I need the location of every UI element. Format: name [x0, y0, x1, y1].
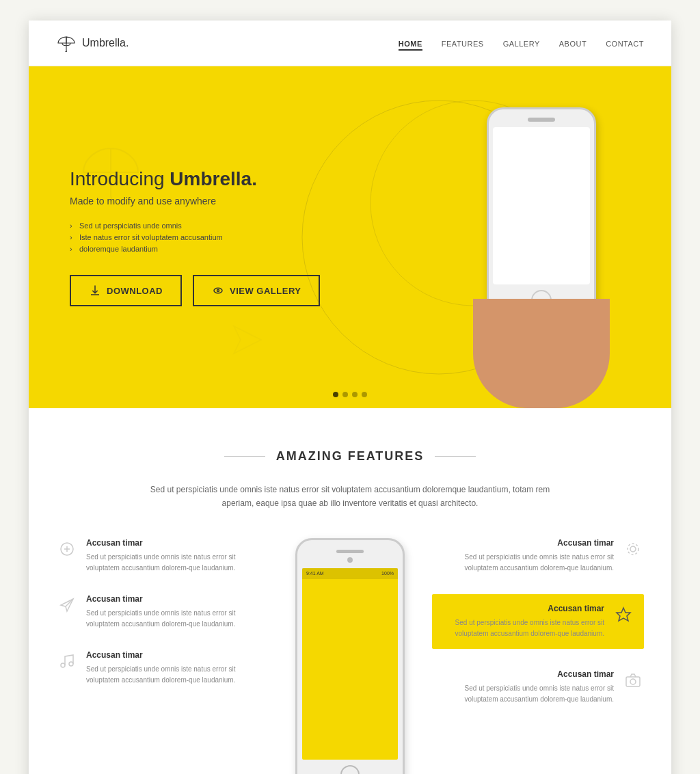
download-icon — [89, 284, 101, 297]
hero-list-item-2: Iste natus error sit voluptatem accusant… — [70, 233, 341, 241]
feature-text-right-2: Accusan timar Sed ut perspiciatis unde o… — [442, 604, 604, 639]
section-description: Sed ut perspiciatis unde omnis iste natu… — [145, 483, 555, 511]
hero-heading: Introducing Umbrella. — [70, 168, 341, 190]
feature-icon-plane — [56, 594, 78, 616]
nav-item-gallery[interactable]: GALLERY — [503, 37, 540, 49]
svg-point-4 — [217, 290, 219, 292]
features-right: Accusan timar Sed ut perspiciatis unde o… — [432, 538, 644, 705]
feature-item-left-3: Accusan timar Sed ut perspiciatis unde o… — [56, 650, 268, 686]
feature-item-right-2-highlighted: Accusan timar Sed ut perspiciatis unde o… — [432, 594, 644, 649]
hero-list-item-3: doloremque laudantium — [70, 245, 341, 253]
nav-item-home[interactable]: HOME — [399, 37, 422, 49]
slider-dot-2[interactable] — [342, 392, 348, 397]
fp-home-button — [340, 765, 360, 774]
feature-title-left-2: Accusan timar — [86, 594, 268, 604]
svg-point-3 — [214, 288, 222, 293]
section-title-wrap: AMAZING FEATURES — [56, 449, 644, 464]
nav-link-about[interactable]: ABOUT — [559, 40, 587, 48]
nav-link-contact[interactable]: CONTACT — [606, 40, 644, 48]
feature-title-right-3: Accusan timar — [432, 669, 614, 679]
fp-screen: 9:41 AM 100% — [302, 568, 398, 760]
svg-point-14 — [630, 679, 636, 684]
svg-marker-12 — [617, 608, 630, 621]
logo-area: Umbrella. — [56, 33, 129, 53]
feature-icon-star — [612, 604, 634, 626]
features-phone-frame: 9:41 AM 100% — [295, 538, 405, 774]
hero-phone-screen — [493, 127, 590, 284]
gallery-button[interactable]: View Gallery — [193, 275, 320, 306]
feature-desc-right-1: Sed ut perspiciatis unde omnis iste natu… — [432, 552, 614, 574]
download-button[interactable]: Download — [70, 275, 182, 306]
fp-camera — [347, 557, 353, 563]
nav-link-gallery[interactable]: GALLERY — [503, 40, 540, 48]
phone-status-time: 9:41 AM — [306, 571, 324, 576]
nav-item-contact[interactable]: CONTACT — [606, 37, 644, 49]
feature-desc-left-2: Sed ut perspiciatis unde omnis iste natu… — [86, 608, 268, 630]
slider-dots — [333, 392, 367, 397]
nav-item-features[interactable]: FEATURES — [442, 37, 484, 49]
fp-status-bar: 9:41 AM 100% — [302, 568, 398, 579]
nav-link-home[interactable]: HOME — [399, 40, 422, 51]
nav-link-features[interactable]: FEATURES — [442, 40, 484, 48]
feature-title-right-1: Accusan timar — [432, 538, 614, 548]
feature-item-left-2: Accusan timar Sed ut perspiciatis unde o… — [56, 594, 268, 630]
hero-content: Introducing Umbrella. Made to modify and… — [29, 127, 382, 347]
nav-item-about[interactable]: ABOUT — [559, 37, 587, 49]
hand-shape — [473, 299, 610, 408]
navbar: Umbrella. HOME FEATURES GALLERY ABOUT CO… — [29, 21, 671, 66]
feature-icon-camera — [622, 669, 644, 691]
eye-icon — [212, 284, 224, 297]
hero-phone — [439, 80, 644, 408]
section-line-left — [224, 456, 265, 457]
feature-title-left-3: Accusan timar — [86, 650, 268, 660]
feature-text-left-3: Accusan timar Sed ut perspiciatis unde o… — [86, 650, 268, 686]
svg-point-9 — [69, 662, 73, 666]
feature-text-right-3: Accusan timar Sed ut perspiciatis unde o… — [432, 669, 614, 705]
hero-section: Introducing Umbrella. Made to modify and… — [29, 66, 671, 408]
page-wrapper: Umbrella. HOME FEATURES GALLERY ABOUT CO… — [29, 21, 671, 774]
hero-list: Sed ut perspiciatis unde omnis Iste natu… — [70, 222, 341, 253]
feature-icon-cross — [56, 538, 78, 560]
fp-speaker — [336, 550, 364, 553]
svg-point-8 — [61, 663, 65, 667]
svg-point-11 — [628, 544, 638, 555]
phone-hand-mockup — [446, 94, 637, 408]
slider-dot-3[interactable] — [352, 392, 358, 397]
logo-text: Umbrella. — [82, 37, 129, 49]
feature-title-left-1: Accusan timar — [86, 538, 268, 548]
feature-text-left-1: Accusan timar Sed ut perspiciatis unde o… — [86, 538, 268, 574]
feature-desc-left-1: Sed ut perspiciatis unde omnis iste natu… — [86, 552, 268, 574]
feature-text-left-2: Accusan timar Sed ut perspiciatis unde o… — [86, 594, 268, 630]
feature-desc-left-3: Sed ut perspiciatis unde omnis iste natu… — [86, 664, 268, 686]
hero-subtitle: Made to modify and use anywhere — [70, 196, 341, 206]
hero-list-item-1: Sed ut perspiciatis unde omnis — [70, 222, 341, 230]
feature-desc-right-2: Sed ut perspiciatis unde omnis iste natu… — [442, 617, 604, 639]
features-phone-wrap: 9:41 AM 100% — [282, 538, 418, 774]
feature-icon-eye — [622, 538, 644, 560]
hero-brand-name: Umbrella. — [170, 168, 257, 189]
gallery-label: View Gallery — [230, 286, 301, 296]
umbrella-logo-icon — [56, 33, 77, 53]
feature-item-right-1: Accusan timar Sed ut perspiciatis unde o… — [432, 538, 644, 574]
section-title: AMAZING FEATURES — [276, 449, 425, 464]
features-grid: Accusan timar Sed ut perspiciatis unde o… — [56, 538, 644, 774]
feature-title-right-2: Accusan timar — [442, 604, 604, 613]
phone-status-battery: 100% — [381, 571, 394, 576]
slider-dot-4[interactable] — [362, 392, 367, 397]
feature-item-right-3: Accusan timar Sed ut perspiciatis unde o… — [432, 669, 644, 705]
features-left: Accusan timar Sed ut perspiciatis unde o… — [56, 538, 268, 686]
section-line-right — [435, 456, 476, 457]
slider-dot-1[interactable] — [333, 392, 338, 397]
hero-buttons: Download View Gallery — [70, 275, 341, 306]
feature-icon-music — [56, 650, 78, 672]
hero-intro-prefix: Introducing — [70, 168, 170, 189]
hero-phone-frame — [487, 107, 596, 319]
feature-desc-right-3: Sed ut perspiciatis unde omnis iste natu… — [432, 683, 614, 705]
feature-text-right-1: Accusan timar Sed ut perspiciatis unde o… — [432, 538, 614, 574]
download-label: Download — [107, 286, 163, 296]
feature-item-left-1: Accusan timar Sed ut perspiciatis unde o… — [56, 538, 268, 574]
nav-links: HOME FEATURES GALLERY ABOUT CONTACT — [399, 37, 644, 49]
features-section: AMAZING FEATURES Sed ut perspiciatis und… — [29, 408, 671, 774]
svg-rect-13 — [626, 677, 640, 686]
svg-point-10 — [630, 546, 636, 552]
